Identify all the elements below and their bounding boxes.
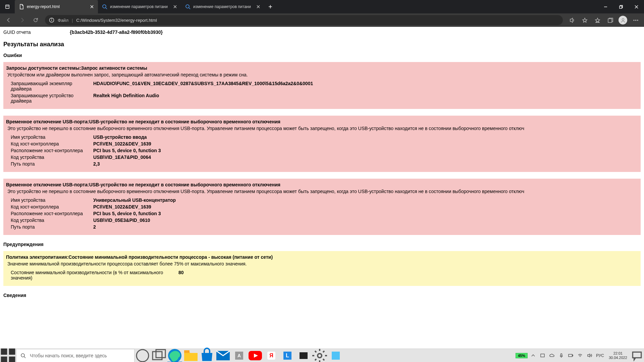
minimize-button[interactable] [598, 0, 613, 13]
forward-button[interactable] [16, 15, 28, 25]
address-input[interactable] [76, 18, 559, 23]
app-pinned-3[interactable] [328, 349, 344, 362]
box-desc: Устройством или драйвером выполнен запро… [7, 72, 638, 77]
address-scheme-label: Файл [58, 18, 68, 23]
address-bar[interactable]: Файл | [45, 15, 563, 25]
svg-rect-37 [184, 350, 190, 353]
profile-button[interactable] [617, 15, 629, 25]
app-pinned-1[interactable]: A [231, 349, 247, 362]
taskbar-search[interactable]: Чтобы начать поиск, введите здесь [16, 349, 135, 362]
app-edge[interactable] [167, 349, 183, 362]
row-key: Запрашивающий экземпляр драйвера [11, 81, 93, 92]
read-aloud-icon[interactable] [566, 15, 578, 25]
window-controls [598, 0, 644, 13]
svg-rect-44 [572, 355, 573, 356]
svg-point-40 [318, 354, 322, 358]
tab-1[interactable]: изменение параметров питани [98, 0, 181, 13]
browser-titlebar: energy-report.html изменение параметров … [0, 0, 644, 13]
svg-rect-29 [1, 356, 7, 362]
row-value: PCI bus 5, device 0, function 3 [93, 211, 161, 216]
row-key: Код хост-контроллера [11, 204, 93, 209]
tray-volume-icon[interactable] [586, 352, 593, 359]
refresh-button[interactable] [30, 15, 42, 25]
battery-indicator[interactable]: 45% [516, 353, 528, 358]
box-row: Состояние минимальной производительности… [11, 270, 638, 281]
err-box: Временное отключение USB-порта:USB-устро… [3, 116, 641, 172]
tab-title: energy-report.html [27, 4, 87, 9]
app-youtube[interactable] [247, 349, 263, 362]
windows-taskbar: Чтобы начать поиск, введите здесь A Я L … [0, 349, 644, 362]
svg-rect-41 [541, 354, 544, 357]
page-content: GUID отчета {b3acb42b-3532-4d77-a8a2-f89… [0, 27, 644, 349]
tray-chevron-up-icon[interactable] [530, 352, 537, 359]
row-key: Состояние минимальной производительности… [11, 270, 178, 281]
row-value: PCI\VEN_1022&DEV_1639 [93, 204, 151, 209]
svg-rect-22 [608, 19, 612, 22]
tab-0[interactable]: energy-report.html [15, 0, 98, 13]
app-terminal[interactable] [296, 349, 312, 362]
tray-wifi-icon[interactable] [577, 352, 584, 359]
svg-line-32 [24, 357, 25, 358]
guid-label: GUID отчета [3, 29, 70, 35]
box-desc: Это устройство не перешло в состояние вы… [7, 126, 638, 131]
app-store[interactable] [199, 349, 215, 362]
row-key: Запрашивающее устройство драйвера [11, 93, 93, 104]
svg-point-25 [635, 20, 636, 20]
row-value: 2 [93, 224, 96, 230]
row-value: 80 [178, 270, 184, 281]
row-key: Имя устройства [11, 134, 93, 140]
tab-close-icon[interactable] [172, 4, 178, 9]
tab-title: изменение параметров питани [110, 4, 170, 9]
app-settings[interactable] [312, 349, 328, 362]
warnings-heading: Предупреждения [3, 242, 641, 247]
cortana-button[interactable] [135, 349, 151, 362]
more-icon[interactable] [630, 15, 641, 25]
back-button[interactable] [3, 15, 15, 25]
tray-mic-icon[interactable] [558, 352, 565, 359]
tab-close-icon[interactable] [89, 4, 95, 9]
maximize-button[interactable] [613, 0, 629, 13]
tray-battery-icon[interactable] [567, 352, 575, 359]
box-row: Путь порта2,3 [11, 161, 638, 167]
row-key: Путь порта [11, 224, 93, 230]
tab-2[interactable]: изменение параметров питани [181, 0, 264, 13]
svg-point-23 [622, 18, 624, 20]
app-explorer[interactable] [183, 349, 199, 362]
svg-point-20 [52, 19, 52, 19]
language-indicator[interactable]: РУС [595, 353, 605, 358]
collections-icon[interactable] [604, 15, 616, 25]
app-pinned-2[interactable]: L [279, 349, 296, 362]
svg-line-5 [106, 8, 107, 9]
box-row: Код устройстваUSB\VID_1EA7&PID_0064 [11, 155, 638, 160]
clock[interactable]: 22:01 30.04.2022 [607, 351, 629, 360]
start-button[interactable] [0, 349, 16, 362]
tab-actions-button[interactable] [0, 0, 15, 13]
clock-time: 22:01 [609, 351, 627, 356]
svg-rect-28 [9, 348, 15, 355]
close-window-button[interactable] [629, 0, 644, 13]
tab-title: изменение параметров питани [193, 4, 253, 9]
notifications-icon[interactable] [631, 349, 643, 362]
task-view-button[interactable] [151, 349, 167, 362]
warn-box: Политика электропитания:Состояние минима… [3, 251, 641, 286]
new-tab-button[interactable] [264, 0, 276, 13]
svg-point-8 [186, 5, 189, 8]
box-row: Имя устройстваУниверсальный USB-концентр… [11, 197, 638, 203]
guid-value: {b3acb42b-3532-4d77-a8a2-f890f0bb3930} [70, 29, 163, 35]
app-yandex[interactable]: Я [263, 349, 279, 362]
favorites-bar-icon[interactable] [592, 15, 603, 25]
box-desc: Это устройство не перешло в состояние вы… [7, 189, 638, 194]
row-value: HDAUDIO\FUNC_01&VEN_10EC&DEV_0287&SUBSYS… [93, 81, 313, 92]
box-title: Временное отключение USB-порта:USB-устро… [6, 182, 638, 187]
svg-rect-30 [9, 356, 15, 362]
svg-rect-35 [156, 350, 165, 358]
svg-rect-15 [620, 6, 622, 8]
tray-onedrive-icon[interactable] [548, 352, 556, 359]
tray-graphics-icon[interactable] [539, 352, 546, 359]
box-row: Код хост-контроллераPCI\VEN_1022&DEV_163… [11, 141, 638, 146]
tab-close-icon[interactable] [256, 4, 261, 9]
favorites-icon[interactable] [579, 15, 590, 25]
info-heading: Сведения [3, 293, 641, 298]
site-info-icon[interactable] [49, 17, 54, 23]
app-mail[interactable] [215, 349, 231, 362]
